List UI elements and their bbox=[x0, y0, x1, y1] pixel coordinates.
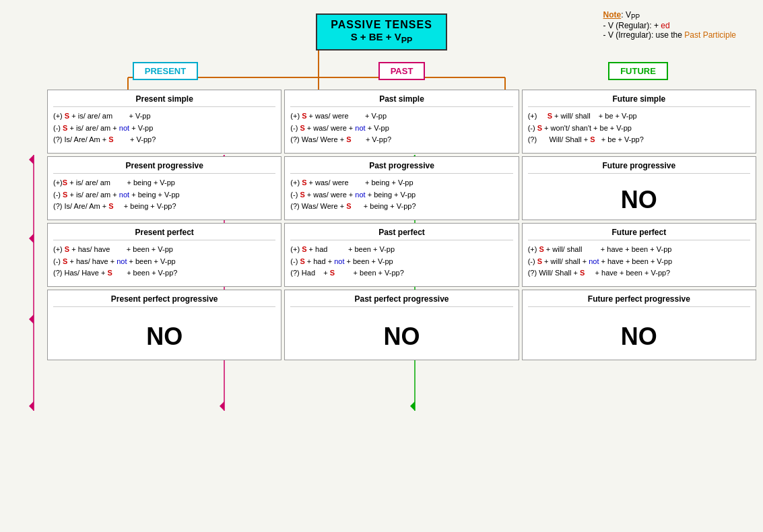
cell-present-progressive: Present progressive (+)S + is/ are/ am +… bbox=[47, 156, 281, 220]
col-header-future: FUTURE bbox=[520, 56, 756, 86]
fp-line1: (+) S + will/ shall + have + been + V-pp bbox=[528, 244, 750, 256]
ps-line3: (?) Is/ Are/ Am + S + V-pp? bbox=[53, 134, 275, 146]
future-perfect-progressive-title: Future perfect progressive bbox=[528, 294, 750, 307]
svg-marker-16 bbox=[220, 401, 224, 411]
present-simple-content: (+) S + is/ are/ am + V-pp (-) S + is/ a… bbox=[53, 110, 275, 146]
fp-line2: (-) S + will/ shall + not + have + been … bbox=[528, 256, 750, 268]
past-perfect-content: (+) S + had + been + V-pp (-) S + had + … bbox=[290, 244, 512, 279]
note-past-participle: Past Participle bbox=[684, 30, 736, 40]
pref-line1: (+) S + has/ have + been + V-pp bbox=[53, 244, 275, 256]
pas-line3: (?) Was/ Were + S + V-pp? bbox=[290, 134, 512, 146]
ps-line2: (-) S + is/ are/ am + not + V-pp bbox=[53, 123, 275, 135]
cell-future-progressive: Future progressive NO bbox=[522, 156, 756, 220]
pp-line1: (+)S + is/ are/ am + being + V-pp bbox=[53, 177, 275, 189]
note-ed: ed bbox=[661, 21, 669, 30]
note-area: Note: VPP - V (Regular): + ed - V (Irreg… bbox=[603, 10, 736, 40]
note-line1: - V (Regular): + ed bbox=[603, 21, 736, 30]
headers-row: PRESENT PAST FUTURE bbox=[7, 56, 756, 86]
past-label: PAST bbox=[378, 62, 426, 80]
pap-line3: (?) Was/ Were + S + being + V-pp? bbox=[290, 201, 512, 213]
past-perfect-progressive-no: NO bbox=[290, 317, 512, 356]
row-perfect-progressive: Present perfect progressive NO Past perf… bbox=[7, 290, 756, 360]
pref-line2: (-) S + has/ have + not + been + V-pp bbox=[53, 256, 275, 268]
pref-line3: (?) Has/ Have + S + been + V-pp? bbox=[53, 267, 275, 279]
future-simple-title: Future simple bbox=[528, 94, 750, 107]
past-progressive-title: Past progressive bbox=[290, 161, 512, 174]
present-perfect-title: Present perfect bbox=[53, 228, 275, 240]
future-label: FUTURE bbox=[608, 62, 668, 80]
cell-future-perfect-progressive: Future perfect progressive NO bbox=[522, 290, 756, 360]
pap-line2: (-) S + was/ were + not + being + V-pp bbox=[290, 189, 512, 201]
row-progressive: Present progressive (+)S + is/ are/ am +… bbox=[7, 156, 756, 220]
note-line2: - V (Irregular): use the Past Participle bbox=[603, 30, 736, 40]
fs-line3: (?) Will/ Shall + S + be + V-pp? bbox=[528, 134, 750, 146]
fs-line1: (+) S + will/ shall + be + V-pp bbox=[528, 110, 750, 123]
present-progressive-content: (+)S + is/ are/ am + being + V-pp (-) S … bbox=[53, 177, 275, 213]
ps-line1: (+) S + is/ are/ am + V-pp bbox=[53, 110, 275, 123]
pp-line2: (-) S + is/ are/ am + not + being + V-pp bbox=[53, 189, 275, 201]
cell-future-simple: Future simple (+) S + will/ shall + be +… bbox=[522, 90, 756, 154]
past-simple-title: Past simple bbox=[290, 94, 512, 107]
past-perfect-title: Past perfect bbox=[290, 228, 512, 240]
future-perfect-content: (+) S + will/ shall + have + been + V-pp… bbox=[528, 244, 750, 279]
present-perfect-progressive-title: Present perfect progressive bbox=[53, 294, 275, 307]
col-header-past: PAST bbox=[284, 56, 520, 86]
cell-future-perfect: Future perfect (+) S + will/ shall + hav… bbox=[522, 223, 756, 287]
past-perfect-progressive-title: Past perfect progressive bbox=[290, 294, 512, 307]
pap2-line3: (?) Had + S + been + V-pp? bbox=[290, 267, 512, 279]
title-area: PASSIVE TENSES S + BE + VPP Note: VPP - … bbox=[7, 7, 756, 51]
title-line1: PASSIVE TENSES bbox=[331, 19, 432, 31]
pp-line3: (?) Is/ Are/ Am + S + being + V-pp? bbox=[53, 201, 275, 213]
future-progressive-title: Future progressive bbox=[528, 161, 750, 174]
cell-present-perfect: Present perfect (+) S + has/ have + been… bbox=[47, 223, 281, 287]
pap2-line1: (+) S + had + been + V-pp bbox=[290, 244, 512, 256]
past-simple-content: (+) S + was/ were + V-pp (-) S + was/ we… bbox=[290, 110, 512, 146]
future-simple-content: (+) S + will/ shall + be + V-pp (-) S + … bbox=[528, 110, 750, 146]
pas-line1: (+) S + was/ were + V-pp bbox=[290, 110, 512, 123]
present-perfect-progressive-no: NO bbox=[53, 317, 275, 356]
present-progressive-title: Present progressive bbox=[53, 161, 275, 174]
cell-past-simple: Past simple (+) S + was/ were + V-pp (-)… bbox=[284, 90, 519, 154]
cell-present-perfect-progressive: Present perfect progressive NO bbox=[47, 290, 281, 360]
svg-marker-21 bbox=[410, 401, 415, 411]
svg-marker-11 bbox=[29, 401, 34, 411]
row-simple: Present simple (+) S + is/ are/ am + V-p… bbox=[7, 90, 756, 154]
title-box: PASSIVE TENSES S + BE + VPP bbox=[316, 13, 447, 51]
present-perfect-content: (+) S + has/ have + been + V-pp (-) S + … bbox=[53, 244, 275, 279]
present-simple-title: Present simple bbox=[53, 94, 275, 107]
future-perfect-progressive-no: NO bbox=[528, 317, 750, 356]
future-progressive-no: NO bbox=[528, 184, 750, 215]
pap2-line2: (-) S + had + not + been + V-pp bbox=[290, 256, 512, 268]
past-progressive-content: (+) S + was/ were + being + V-pp (-) S +… bbox=[290, 177, 512, 213]
cell-past-progressive: Past progressive (+) S + was/ were + bei… bbox=[284, 156, 519, 220]
future-perfect-title: Future perfect bbox=[528, 228, 750, 240]
row-perfect: Present perfect (+) S + has/ have + been… bbox=[7, 223, 756, 287]
page: PASSIVE TENSES S + BE + VPP Note: VPP - … bbox=[0, 0, 763, 532]
note-line0: Note: VPP bbox=[603, 10, 736, 21]
pap-line1: (+) S + was/ were + being + V-pp bbox=[290, 177, 512, 189]
col-header-present: PRESENT bbox=[47, 56, 284, 86]
cell-past-perfect: Past perfect (+) S + had + been + V-pp (… bbox=[284, 223, 519, 287]
note-label: Note bbox=[603, 10, 622, 20]
cell-past-perfect-progressive: Past perfect progressive NO bbox=[284, 290, 519, 360]
title-line2: S + BE + VPP bbox=[331, 31, 432, 45]
content-wrapper: PRESENT PAST FUTURE Present simple (+) S… bbox=[7, 56, 756, 360]
pas-line2: (-) S + was/ were + not + V-pp bbox=[290, 123, 512, 135]
fs-line2: (-) S + won't/ shan't + be + V-pp bbox=[528, 123, 750, 135]
present-label: PRESENT bbox=[133, 62, 198, 80]
cell-present-simple: Present simple (+) S + is/ are/ am + V-p… bbox=[47, 90, 281, 154]
fp-line3: (?) Will/ Shall + S + have + been + V-pp… bbox=[528, 267, 750, 279]
